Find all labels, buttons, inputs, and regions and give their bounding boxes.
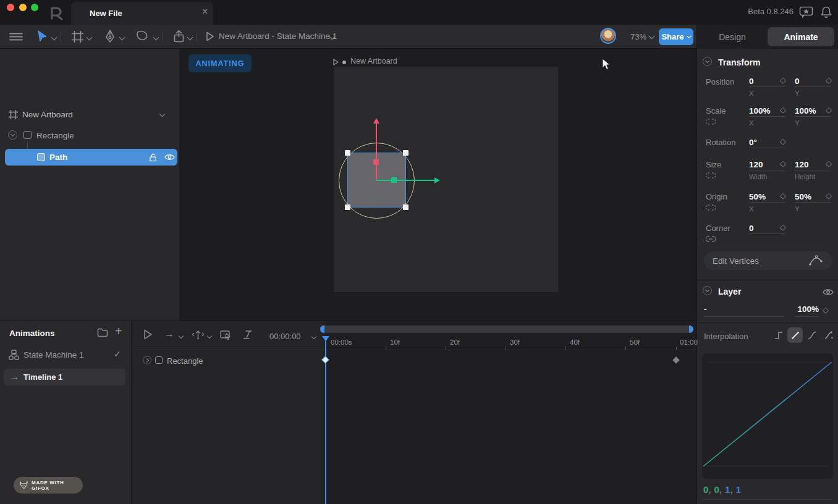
tab-design[interactable]: Design <box>697 25 768 49</box>
corner-input[interactable]: 0 ◇ <box>749 222 785 234</box>
keyframe-diamond-icon[interactable]: ◇ <box>780 106 786 114</box>
corner-handle[interactable] <box>345 204 350 210</box>
range-end-handle[interactable] <box>689 326 693 333</box>
select-tool-icon[interactable] <box>37 30 48 43</box>
keyframe-diamond-icon[interactable]: ◇ <box>780 159 786 167</box>
feedback-icon[interactable] <box>799 6 814 19</box>
hierarchy-item-path[interactable]: Path <box>5 149 177 166</box>
scale-y-input[interactable]: 100% ◇ <box>795 105 831 117</box>
layer-collapse-toggle[interactable] <box>703 286 712 295</box>
hierarchy-item-rectangle[interactable]: Rectangle <box>36 131 74 140</box>
origin-x-input[interactable]: 50% ◇ <box>749 191 785 203</box>
artboard-selector-chevron-icon[interactable] <box>159 111 166 117</box>
keyframe-diamond-icon[interactable]: ◇ <box>780 76 786 84</box>
rectangle-expand-toggle[interactable] <box>8 130 17 140</box>
unlock-icon[interactable] <box>148 153 158 162</box>
notifications-bell-icon[interactable] <box>820 6 832 19</box>
ruler-tick-label[interactable]: 40f <box>570 338 580 346</box>
track-rectangle-expand-toggle[interactable] <box>143 356 151 364</box>
visibility-eye-icon[interactable] <box>164 153 175 161</box>
rotation-input[interactable]: 0° ◇ <box>749 136 785 148</box>
interpolation-toggle-button[interactable] <box>242 330 253 340</box>
animation-item-state-machine[interactable]: State Machine 1 <box>23 350 84 359</box>
x-axis-handle[interactable] <box>391 177 397 183</box>
unlink-icon[interactable] <box>706 204 716 211</box>
origin-y-input[interactable]: 50% ◇ <box>795 191 831 203</box>
export-icon[interactable] <box>172 30 185 43</box>
ruler-tick-label[interactable]: 50f <box>630 338 640 346</box>
avatar[interactable] <box>600 28 616 44</box>
blend-mode-select[interactable]: - <box>704 304 784 317</box>
keyframe-diamond-icon[interactable]: ◇ <box>826 76 832 84</box>
window-minimize-button[interactable] <box>19 4 27 11</box>
cubic-values-input[interactable]: 0,0,1,1 <box>703 484 741 495</box>
stage-canvas[interactable]: ANIMATING New Artboard <box>180 49 696 321</box>
ruler-tick-label[interactable]: 00:00s <box>331 338 352 346</box>
artboard-tool-icon[interactable] <box>72 31 83 43</box>
keyframe-diamond-icon[interactable]: ◇ <box>780 223 786 231</box>
close-tab-icon[interactable]: × <box>202 7 208 17</box>
breadcrumb-play-icon[interactable] <box>206 32 214 41</box>
timeline-range-scrollbar[interactable] <box>320 326 693 333</box>
teardrop-tool-chevron-icon[interactable] <box>153 35 159 41</box>
rive-logo[interactable] <box>49 5 66 21</box>
keyframe-diamond-icon[interactable]: ◇ <box>826 106 832 114</box>
keyframe-diamond-icon[interactable]: ◇ <box>780 191 786 200</box>
share-button[interactable]: Share <box>659 28 693 45</box>
zoom-level-control[interactable]: 73% <box>630 32 654 41</box>
folder-icon[interactable] <box>97 328 108 337</box>
layer-opacity-input[interactable]: 100% <box>795 304 819 317</box>
track-rectangle-label[interactable]: Rectangle <box>167 356 203 366</box>
corner-handle[interactable] <box>403 150 408 156</box>
animation-item-timeline[interactable]: → Timeline 1 <box>4 369 125 385</box>
position-y-input[interactable]: 0 ◇ <box>795 75 831 87</box>
unlink-icon[interactable] <box>706 118 716 125</box>
timecode-display[interactable]: 00:00:00 <box>269 332 301 341</box>
select-tool-chevron-icon[interactable] <box>51 35 57 41</box>
window-close-button[interactable] <box>7 4 14 11</box>
edit-vertices-button[interactable]: Edit Vertices <box>704 251 832 270</box>
play-button[interactable] <box>143 329 153 340</box>
tab-animate[interactable]: Animate <box>768 27 834 46</box>
export-chevron-icon[interactable] <box>187 35 193 41</box>
ruler-tick-label[interactable]: 01:00 <box>680 338 698 346</box>
ruler-tick-label[interactable]: 20f <box>450 338 460 346</box>
size-width-input[interactable]: 120 ◇ <box>749 159 785 170</box>
y-axis-handle[interactable] <box>373 159 379 165</box>
loop-mode-button[interactable]: → <box>164 329 174 340</box>
keyframe-diamond-icon[interactable]: ◇ <box>780 137 786 145</box>
ruler-tick-label[interactable]: 10f <box>390 338 400 346</box>
interpolation-ease-button[interactable] <box>804 327 819 343</box>
range-start-handle[interactable] <box>320 326 324 333</box>
interpolation-curve-editor[interactable] <box>702 353 833 479</box>
layer-visibility-eye-icon[interactable] <box>823 288 834 296</box>
link-icon[interactable] <box>706 235 716 243</box>
pen-tool-icon[interactable] <box>104 30 116 43</box>
hamburger-menu-icon[interactable] <box>9 33 23 41</box>
corner-handle[interactable] <box>345 150 350 156</box>
add-animation-button[interactable]: + <box>115 324 122 338</box>
keyframe-diamond-icon[interactable]: ◇ <box>826 191 832 200</box>
keyframe-diamond-icon[interactable]: ◇ <box>823 305 829 314</box>
size-height-input[interactable]: 120 ◇ <box>795 159 831 170</box>
breadcrumb[interactable]: New Artboard - State Machine 1 <box>219 32 337 41</box>
keyframe[interactable] <box>672 356 679 363</box>
ruler-tick-label[interactable]: 30f <box>510 338 520 346</box>
interpolation-linear-button[interactable] <box>787 327 803 343</box>
transform-collapse-toggle[interactable] <box>703 57 712 66</box>
interpolation-cubic-button[interactable] <box>821 327 836 343</box>
interpolation-hold-button[interactable] <box>771 327 786 343</box>
pen-tool-chevron-icon[interactable] <box>119 35 125 41</box>
unlink-icon[interactable] <box>706 172 716 179</box>
scale-x-input[interactable]: 100% ◇ <box>749 105 785 117</box>
tab-new-file[interactable]: New File × <box>71 2 213 25</box>
keyframe-diamond-icon[interactable]: ◇ <box>826 159 832 167</box>
artboard-tool-chevron-icon[interactable] <box>87 35 93 41</box>
window-zoom-button[interactable] <box>31 4 38 11</box>
corner-handle[interactable] <box>403 204 408 210</box>
key-pin-button[interactable] <box>192 329 205 340</box>
artboard-title[interactable]: New Artboard <box>350 57 397 65</box>
position-x-input[interactable]: 0 ◇ <box>749 75 785 87</box>
artboard-selector[interactable]: New Artboard <box>22 110 73 119</box>
teardrop-tool-icon[interactable] <box>136 30 150 43</box>
